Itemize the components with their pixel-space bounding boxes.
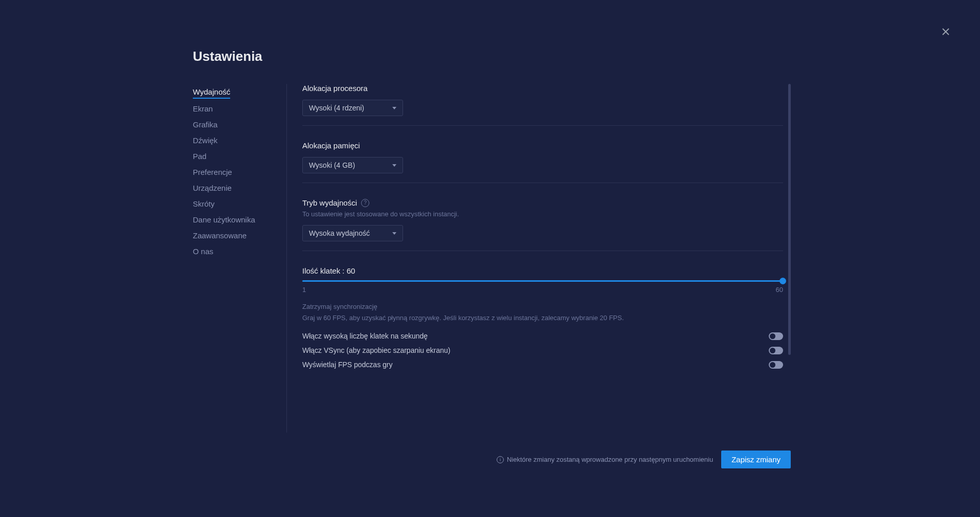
close-button[interactable] bbox=[940, 26, 952, 38]
sidebar-item-screen[interactable]: Ekran bbox=[193, 101, 276, 117]
sidebar-item-device[interactable]: Urządzenie bbox=[193, 180, 276, 196]
fps-min: 1 bbox=[302, 286, 306, 294]
memory-label: Alokacja pamięci bbox=[302, 141, 783, 150]
fps-slider[interactable] bbox=[302, 280, 783, 282]
toggle-show-fps[interactable] bbox=[769, 361, 783, 369]
sidebar-item-preferences[interactable]: Preferencje bbox=[193, 164, 276, 180]
fps-section: Ilość klatek : 60 1 60 Zatrzymaj synchro… bbox=[302, 266, 783, 369]
sidebar-item-sound[interactable]: Dźwięk bbox=[193, 132, 276, 148]
toggle-high-fps-row: Włącz wysoką liczbę klatek na sekundę bbox=[302, 332, 783, 340]
sidebar-item-about[interactable]: O nas bbox=[193, 243, 276, 259]
toggle-show-fps-row: Wyświetlaj FPS podczas gry bbox=[302, 361, 783, 369]
cpu-label: Alokacja procesora bbox=[302, 84, 783, 93]
sidebar: Wydajność Ekran Grafika Dźwięk Pad Prefe… bbox=[193, 84, 287, 433]
page-title: Ustawienia bbox=[193, 49, 791, 64]
sidebar-item-performance[interactable]: Wydajność bbox=[193, 84, 230, 99]
chevron-down-icon bbox=[392, 232, 396, 235]
chevron-down-icon bbox=[392, 107, 396, 109]
performance-mode-section: Tryb wydajności ? To ustawienie jest sto… bbox=[302, 198, 783, 251]
sidebar-item-pad[interactable]: Pad bbox=[193, 148, 276, 164]
fps-max: 60 bbox=[776, 286, 783, 294]
toggle-vsync-row: Włącz VSync (aby zapobiec szarpaniu ekra… bbox=[302, 346, 783, 354]
footer: i Niektóre zmiany zostaną wprowadzone pr… bbox=[193, 438, 791, 517]
perfmode-subtext: To ustawienie jest stosowane do wszystki… bbox=[302, 210, 783, 218]
perfmode-dropdown[interactable]: Wysoka wydajność bbox=[302, 225, 403, 241]
fps-description: Graj w 60 FPS, aby uzyskać płynną rozgry… bbox=[302, 313, 783, 323]
sidebar-item-userdata[interactable]: Dane użytkownika bbox=[193, 212, 276, 228]
memory-allocation-section: Alokacja pamięci Wysoki (4 GB) bbox=[302, 141, 783, 183]
close-icon bbox=[940, 26, 952, 38]
cpu-dropdown-value: Wysoki (4 rdzeni) bbox=[309, 104, 364, 112]
sidebar-item-advanced[interactable]: Zaawansowane bbox=[193, 228, 276, 243]
memory-dropdown-value: Wysoki (4 GB) bbox=[309, 161, 355, 169]
footer-note: i Niektóre zmiany zostaną wprowadzone pr… bbox=[497, 456, 713, 463]
toggle-show-fps-label: Wyświetlaj FPS podczas gry bbox=[302, 361, 392, 369]
main-panel: Alokacja procesora Wysoki (4 rdzeni) Alo… bbox=[287, 84, 791, 433]
cpu-allocation-section: Alokacja procesora Wysoki (4 rdzeni) bbox=[302, 84, 783, 126]
toggle-vsync[interactable] bbox=[769, 347, 783, 354]
toggle-vsync-label: Włącz VSync (aby zapobiec szarpaniu ekra… bbox=[302, 346, 450, 354]
toggle-high-fps[interactable] bbox=[769, 332, 783, 340]
sync-text: Zatrzymaj synchronizację bbox=[302, 303, 783, 310]
help-icon[interactable]: ? bbox=[361, 199, 369, 207]
chevron-down-icon bbox=[392, 164, 396, 167]
sidebar-item-shortcuts[interactable]: Skróty bbox=[193, 196, 276, 212]
perfmode-dropdown-value: Wysoka wydajność bbox=[309, 229, 370, 237]
sidebar-item-graphics[interactable]: Grafika bbox=[193, 117, 276, 132]
cpu-dropdown[interactable]: Wysoki (4 rdzeni) bbox=[302, 100, 403, 116]
scrollbar[interactable] bbox=[788, 84, 791, 355]
memory-dropdown[interactable]: Wysoki (4 GB) bbox=[302, 157, 403, 173]
fps-range: 1 60 bbox=[302, 286, 783, 294]
perfmode-label: Tryb wydajności ? bbox=[302, 198, 783, 207]
save-button[interactable]: Zapisz zmiany bbox=[721, 451, 791, 468]
info-icon: i bbox=[497, 456, 504, 463]
fps-label: Ilość klatek : 60 bbox=[302, 266, 783, 275]
fps-slider-thumb[interactable] bbox=[779, 278, 786, 284]
toggle-high-fps-label: Włącz wysoką liczbę klatek na sekundę bbox=[302, 332, 428, 340]
